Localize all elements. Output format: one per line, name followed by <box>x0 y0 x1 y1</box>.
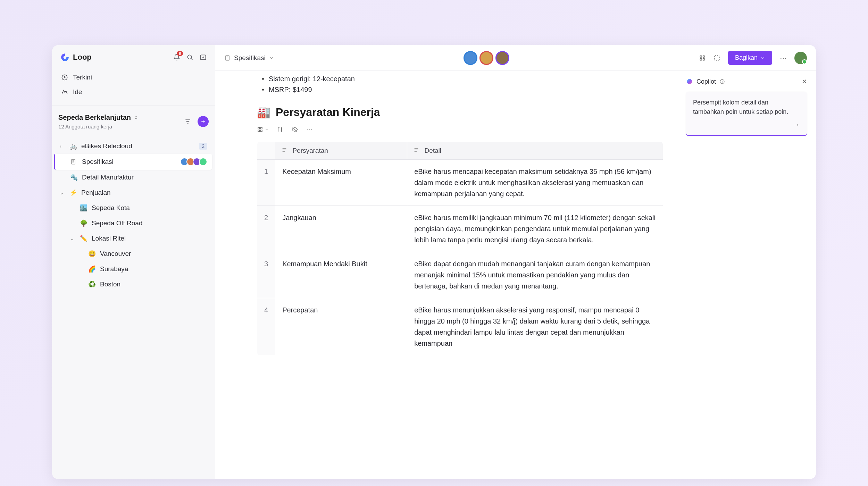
tree-boston-label: Boston <box>100 280 207 288</box>
breadcrumb[interactable]: Spesifikasi <box>224 54 274 62</box>
app-name: Loop <box>73 53 170 62</box>
sidebar-nav: Terkini Ide <box>52 68 215 101</box>
more-icon[interactable]: ⋯ <box>306 126 312 133</box>
share-button[interactable]: Bagikan <box>728 51 772 65</box>
table-row[interactable]: 1 Kecepatan Maksimum eBike harus mencapa… <box>257 160 663 206</box>
avatar[interactable] <box>479 51 493 65</box>
close-icon[interactable]: ✕ <box>802 78 807 85</box>
tree-retail-label: Lokasi Ritel <box>92 235 207 242</box>
factory-icon: 🏭 <box>257 106 271 119</box>
chevron-down-icon: ⌄ <box>70 236 76 241</box>
tree-sales-label: Penjualan <box>81 189 207 196</box>
table-cell-detail[interactable]: eBike harus menunjukkan akselerasi yang … <box>407 298 663 355</box>
bullet-item[interactable]: Sistem gerigi: 12-kecepatan <box>269 74 663 84</box>
table-cell-num: 1 <box>257 160 275 206</box>
tree-spec-avatars <box>182 158 207 166</box>
tree-city-label: Sepeda Kota <box>92 204 207 212</box>
notification-count: 8 <box>177 51 183 56</box>
spec-bullets: Sistem gerigi: 12-kecepatan MSRP: $1499 <box>257 71 663 101</box>
table-cell-num: 4 <box>257 298 275 355</box>
tree-city[interactable]: 🏙️ Sepeda Kota <box>55 200 212 216</box>
table-cell-detail[interactable]: eBike dapat dengan mudah menangani tanja… <box>407 252 663 298</box>
chevron-down-icon <box>265 127 269 132</box>
nav-ideas-label: Ide <box>73 88 82 96</box>
table-cell-req[interactable]: Percepatan <box>275 298 407 355</box>
svg-rect-12 <box>258 130 260 132</box>
user-avatar[interactable] <box>794 52 807 64</box>
copilot-icon <box>686 78 693 85</box>
table-cell-num: 3 <box>257 252 275 298</box>
chevron-updown-icon[interactable] <box>134 115 139 120</box>
main: Spesifikasi Bagikan <box>215 45 816 479</box>
tree: › 🚲 eBikes Relecloud 2 Spesifikasi 🔩 <box>52 134 215 297</box>
svg-rect-13 <box>261 130 262 132</box>
table-header-detail-label: Detail <box>424 147 441 154</box>
nav-recent[interactable]: Terkini <box>56 70 211 85</box>
lightbulb-icon <box>61 89 68 95</box>
tree-surabaya-label: Surabaya <box>100 265 207 273</box>
recycle-icon: ♻️ <box>88 280 96 288</box>
section-heading[interactable]: 🏭 Persyaratan Kinerja <box>257 106 663 119</box>
table-cell-req[interactable]: Jangkauan <box>275 206 407 252</box>
sort-icon[interactable] <box>277 126 283 133</box>
svg-point-0 <box>187 55 192 59</box>
table-row[interactable]: 3 Kemampuan Mendaki Bukit eBike dapat de… <box>257 252 663 298</box>
panel-icon[interactable] <box>200 54 207 61</box>
table-cell-req[interactable]: Kecepatan Maksimum <box>275 160 407 206</box>
clock-icon <box>61 74 68 81</box>
rainbow-icon: 🌈 <box>88 265 96 273</box>
chevron-down-icon <box>760 56 765 60</box>
tree-offroad[interactable]: 🌳 Sepeda Off Road <box>55 216 212 231</box>
nav-ideas[interactable]: Ide <box>56 85 211 99</box>
sidebar: Loop 8 Terkini Ide <box>52 45 215 479</box>
more-icon[interactable]: ⋯ <box>780 54 787 62</box>
tree-boston[interactable]: ♻️ Boston <box>55 277 212 292</box>
table-row[interactable]: 4 Percepatan eBike harus menunjukkan aks… <box>257 298 663 355</box>
table-header-req[interactable]: Persyaratan <box>275 142 407 160</box>
avatar[interactable] <box>464 51 477 65</box>
tree-ebikes[interactable]: › 🚲 eBikes Relecloud 2 <box>55 139 212 154</box>
table-cell-detail[interactable]: eBike harus memiliki jangkauan minimum 7… <box>407 206 663 252</box>
app-window: Loop 8 Terkini Ide <box>52 45 816 479</box>
list-filter-icon[interactable] <box>184 118 191 125</box>
avatar[interactable] <box>495 51 509 65</box>
sidebar-header: Loop 8 <box>52 45 215 68</box>
text-icon <box>282 147 289 154</box>
tree-manuf[interactable]: 🔩 Detail Manufaktur <box>55 170 212 185</box>
copilot-submit-icon[interactable]: → <box>693 121 800 129</box>
nav-recent-label: Terkini <box>73 74 92 81</box>
svg-point-14 <box>687 79 692 84</box>
table-cell-req[interactable]: Kemampuan Mendaki Bukit <box>275 252 407 298</box>
view-grid-icon[interactable] <box>257 126 269 133</box>
table-header-num[interactable] <box>257 142 275 160</box>
svg-rect-11 <box>261 127 262 129</box>
tree-surabaya[interactable]: 🌈 Surabaya <box>55 261 212 277</box>
table-header-req-label: Persyaratan <box>292 147 328 154</box>
add-button[interactable]: + <box>198 116 209 127</box>
bolt-icon: ⚡ <box>69 189 77 196</box>
pencil-icon: ✏️ <box>80 235 87 242</box>
info-icon[interactable] <box>719 79 725 84</box>
copilot-card[interactable]: Persempit kolom detail dan tambahkan poi… <box>686 92 807 136</box>
search-icon[interactable] <box>186 54 193 61</box>
component-icon[interactable] <box>713 55 720 61</box>
tree-spec[interactable]: Spesifikasi <box>54 154 212 170</box>
svg-rect-9 <box>715 56 719 60</box>
table-header-detail[interactable]: Detail <box>407 142 663 160</box>
share-button-label: Bagikan <box>735 54 758 61</box>
table-row[interactable]: 2 Jangkauan eBike harus memiliki jangkau… <box>257 206 663 252</box>
tree-vancouver[interactable]: 😃 Vancouver <box>55 246 212 261</box>
tree-sales[interactable]: ⌄ ⚡ Penjualan <box>55 185 212 200</box>
visibility-icon[interactable] <box>292 126 298 133</box>
bullet-item[interactable]: MSRP: $1499 <box>269 84 663 95</box>
document-area[interactable]: Sistem gerigi: 12-kecepatan MSRP: $1499 … <box>215 71 677 479</box>
tree-retail[interactable]: ⌄ ✏️ Lokasi Ritel <box>55 231 212 246</box>
notifications-icon[interactable]: 8 <box>173 54 180 61</box>
page-icon <box>224 55 231 61</box>
command-icon[interactable] <box>699 55 706 61</box>
requirements-table: Persyaratan Detail 1 <box>257 142 663 355</box>
table-cell-detail[interactable]: eBike harus mencapai kecepatan maksimum … <box>407 160 663 206</box>
text-icon <box>414 147 421 154</box>
tree-manuf-label: Detail Manufaktur <box>82 174 207 181</box>
workspace-title[interactable]: Sepeda Berkelanjutan <box>58 114 131 122</box>
